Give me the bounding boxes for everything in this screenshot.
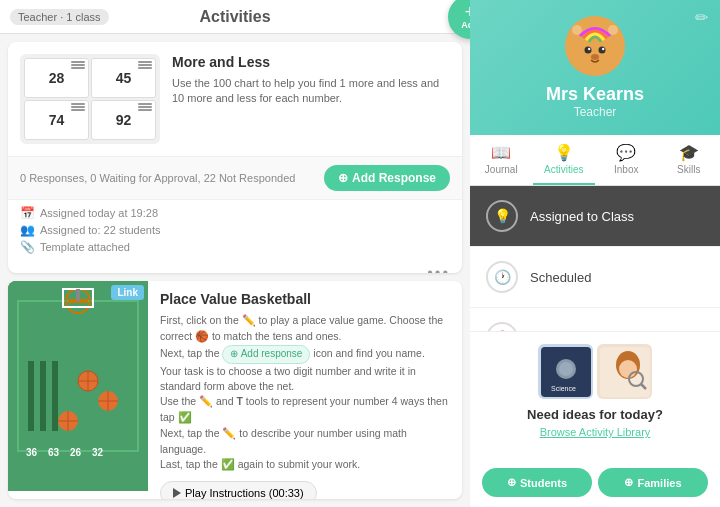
thumbnail-grid: 28 45 74 92	[20, 54, 160, 144]
add-label: Add	[461, 21, 470, 30]
activity-card-more-and-less: 28 45 74 92	[8, 42, 462, 273]
sidebar-item-archived[interactable]: 📥 Archived	[470, 308, 720, 331]
plus-icon: +	[465, 3, 470, 21]
svg-text:32: 32	[92, 447, 104, 458]
template-text: Template attached	[40, 241, 130, 253]
sidebar-item-assigned-class[interactable]: 💡 Assigned to Class	[470, 186, 720, 247]
activities-list: 28 45 74 92	[0, 34, 470, 507]
response-text: 0 Responses, 0 Waiting for Approval, 22 …	[20, 172, 295, 184]
svg-rect-5	[76, 289, 80, 301]
basketball-court-svg: 36 63 26 32	[8, 281, 148, 491]
teacher-role: Teacher	[574, 105, 617, 119]
teacher-name: Mrs Kearns	[546, 84, 644, 105]
avatar	[565, 16, 625, 76]
skills-icon: 🎓	[679, 143, 699, 162]
pv-card-content: Place Value Basketball First, click on t…	[148, 281, 462, 499]
bottom-buttons: ⊕ Students ⊕ Families	[470, 460, 720, 507]
svg-point-35	[559, 362, 573, 376]
thumb-number: 45	[116, 70, 132, 86]
journal-icon: 📖	[491, 143, 511, 162]
card-thumbnail: 28 45 74 92	[20, 54, 160, 144]
assigned-time-text: Assigned today at 19:28	[40, 207, 158, 219]
pv-card-title: Place Value Basketball	[160, 291, 450, 307]
left-panel: Teacher · 1 class Activities + Add 28 45	[0, 0, 470, 507]
top-bar: Teacher · 1 class Activities + Add	[0, 0, 470, 34]
bear-avatar-svg	[565, 16, 625, 76]
thumb-cell-92: 92	[91, 100, 156, 140]
calendar-icon: 📅	[20, 206, 34, 220]
ideas-section: Science Need ideas for today? Browse Act…	[470, 331, 720, 460]
meta-template: 📎 Template attached	[20, 240, 450, 254]
thumb-number: 74	[49, 112, 65, 128]
card-meta: 📅 Assigned today at 19:28 👥 Assigned to:…	[8, 199, 462, 260]
meta-assigned-students: 👥 Assigned to: 22 students	[20, 223, 450, 237]
scheduled-label: Scheduled	[530, 270, 591, 285]
tab-journal-label: Journal	[485, 164, 518, 175]
svg-point-28	[585, 47, 592, 54]
svg-text:Science: Science	[551, 385, 576, 392]
play-icon	[173, 488, 181, 498]
svg-point-29	[599, 47, 606, 54]
tab-journal[interactable]: 📖 Journal	[470, 135, 533, 185]
sidebar-item-scheduled[interactable]: 🕐 Scheduled	[470, 247, 720, 308]
space-image: Science	[541, 347, 591, 397]
basketball-thumbnail: 36 63 26 32 Link	[8, 281, 148, 491]
tab-inbox[interactable]: 💬 Inbox	[595, 135, 658, 185]
add-response-label: Add Response	[352, 171, 436, 185]
link-badge: Link	[111, 285, 144, 300]
families-button[interactable]: ⊕ Families	[598, 468, 708, 497]
archive-icon: 📥	[486, 322, 518, 331]
plus-icon-students: ⊕	[507, 476, 516, 489]
svg-point-30	[588, 48, 590, 50]
add-button[interactable]: + Add	[448, 0, 470, 39]
teacher-badge: Teacher · 1 class	[10, 9, 109, 25]
assigned-class-label: Assigned to Class	[530, 209, 634, 224]
tab-activities-label: Activities	[544, 164, 583, 175]
ideas-images: Science	[482, 344, 708, 399]
add-response-button[interactable]: ⊕ Add Response	[324, 165, 450, 191]
card-response-bar: 0 Responses, 0 Waiting for Approval, 22 …	[8, 156, 462, 199]
svg-text:36: 36	[26, 447, 38, 458]
ideas-image-2	[597, 344, 652, 399]
plus-icon-families: ⊕	[624, 476, 633, 489]
meta-assigned-time: 📅 Assigned today at 19:28	[20, 206, 450, 220]
families-label: Families	[637, 477, 681, 489]
activities-icon: 💡	[554, 143, 574, 162]
pv-description: First, click on the ✏️ to play a place v…	[160, 313, 450, 473]
clock-icon: 🕐	[486, 261, 518, 293]
card-main: 28 45 74 92	[8, 42, 462, 156]
svg-point-31	[602, 48, 604, 50]
svg-point-32	[591, 54, 599, 60]
teacher-profile: ✏	[470, 0, 720, 135]
add-response-chip: ⊕ Add response	[222, 345, 310, 364]
bulb-icon: 💡	[486, 200, 518, 232]
svg-rect-8	[52, 361, 58, 431]
right-panel: ✏	[470, 0, 720, 507]
card-title: More and Less	[172, 54, 450, 70]
paperclip-icon: 📎	[20, 240, 34, 254]
tab-inbox-label: Inbox	[614, 164, 638, 175]
page-title: Activities	[199, 8, 270, 26]
svg-point-39	[619, 360, 637, 378]
tab-skills[interactable]: 🎓 Skills	[658, 135, 721, 185]
edit-icon[interactable]: ✏	[695, 8, 708, 27]
play-instructions-button[interactable]: Play Instructions (00:33)	[160, 481, 317, 499]
browse-library-link[interactable]: Browse Activity Library	[540, 426, 651, 438]
play-label: Play Instructions (00:33)	[185, 487, 304, 499]
inbox-icon: 💬	[616, 143, 636, 162]
tab-skills-label: Skills	[677, 164, 700, 175]
svg-text:63: 63	[48, 447, 60, 458]
ideas-title: Need ideas for today?	[527, 407, 663, 422]
users-icon: 👥	[20, 223, 34, 237]
students-label: Students	[520, 477, 567, 489]
nav-tabs: 📖 Journal 💡 Activities 💬 Inbox 🎓 Skills	[470, 135, 720, 186]
tab-activities[interactable]: 💡 Activities	[533, 135, 596, 185]
card-footer: •••	[8, 260, 462, 273]
more-options-button[interactable]: •••	[427, 264, 450, 273]
svg-rect-6	[28, 361, 34, 431]
svg-text:26: 26	[70, 447, 82, 458]
students-button[interactable]: ⊕ Students	[482, 468, 592, 497]
svg-rect-7	[40, 361, 46, 431]
thumb-number: 28	[49, 70, 65, 86]
thumb-cell-74: 74	[24, 100, 89, 140]
